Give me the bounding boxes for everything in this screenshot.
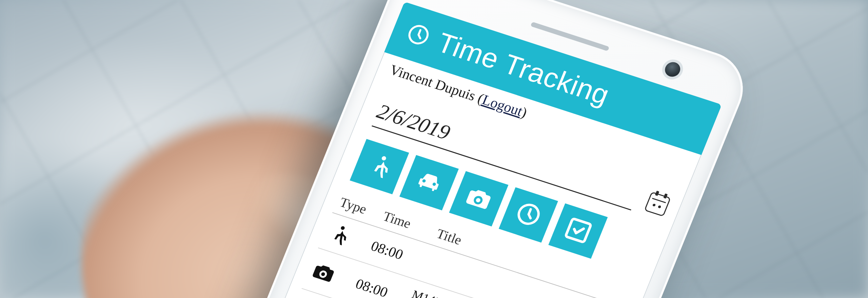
action-photo[interactable] [449, 171, 508, 226]
check-icon [561, 214, 595, 248]
svg-point-1 [381, 156, 387, 161]
camera-icon [461, 182, 496, 215]
clock-icon [403, 20, 434, 49]
svg-point-4 [340, 226, 346, 231]
logout-link[interactable]: Logout [480, 92, 525, 119]
action-drive[interactable] [399, 155, 459, 210]
walk-icon [362, 150, 397, 183]
action-walk[interactable] [350, 139, 409, 194]
action-confirm[interactable] [548, 204, 608, 259]
action-time[interactable] [499, 187, 558, 242]
entry-time: 08:00 [369, 238, 420, 268]
car-icon [412, 166, 446, 199]
camera-icon [309, 259, 352, 291]
clock-icon [511, 198, 546, 232]
walk-icon [324, 221, 367, 253]
entry-time: 08:00 [353, 276, 405, 298]
calendar-button[interactable] [644, 192, 671, 217]
